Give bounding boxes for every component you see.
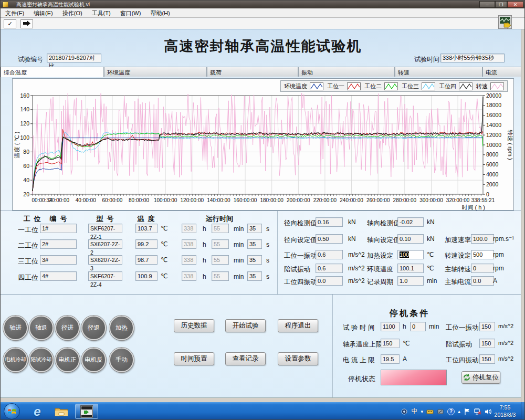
tools-icon[interactable] (437, 408, 444, 415)
menu-item-1[interactable]: 编辑(E) (29, 8, 58, 18)
dropdown-arrow-icon[interactable]: ▾ (421, 409, 423, 414)
tab-1[interactable]: 综合温度 (1, 67, 104, 77)
tab-5[interactable]: 转速 (395, 67, 482, 77)
show-desktop-button[interactable] (521, 402, 525, 420)
reading-field-加热设定[interactable]: 100 (397, 250, 424, 259)
menu-item-5[interactable]: 帮助(H) (145, 8, 174, 18)
legend-item: 工位二 (364, 82, 398, 90)
round-button-轴退[interactable]: 轴退 (29, 316, 54, 340)
station-id-field: 2# (40, 239, 77, 249)
button-程序退出[interactable]: 程序退出 (278, 319, 318, 332)
reading-label-径向设定值: 径向设定值 (284, 236, 317, 245)
labview-taskbar-button[interactable] (75, 404, 98, 419)
start-button[interactable] (4, 403, 20, 419)
min-unit: min (234, 241, 244, 248)
round-button-电机正[interactable]: 电机正 (55, 348, 80, 372)
stop-label-轴承温度上限: 轴承温度上限 (343, 340, 382, 349)
test-id-input[interactable]: 20180719-6207对比 (47, 54, 101, 62)
station-sec-field: 35 (247, 239, 262, 249)
round-button-电机反[interactable]: 电机反 (81, 348, 106, 372)
network-error-icon[interactable] (474, 408, 481, 415)
legend-label: 工位一 (327, 82, 344, 90)
button-查看记录[interactable]: 查看记录 (225, 352, 266, 365)
reading-unit: kN (427, 235, 435, 243)
divider (277, 211, 278, 295)
taskbar-clock[interactable]: 7:55 2018/8/3 (492, 404, 518, 418)
button-时间预置[interactable]: 时间预置 (174, 352, 214, 365)
help-icon[interactable]: ? (447, 408, 455, 415)
stop-status-indicator (381, 370, 447, 385)
tab-6[interactable]: 电流 (482, 67, 525, 77)
round-button-电机冷却[interactable]: 电机冷却 (3, 348, 28, 372)
tab-3[interactable]: 载荷 (207, 67, 298, 77)
minimize-button[interactable]: – (479, 1, 495, 8)
test-time-label: 试验时间 (414, 55, 439, 64)
stop-reset-button[interactable]: 停机复位 (461, 371, 500, 384)
tray-app-icon[interactable] (401, 408, 408, 415)
station-id-field: 3# (40, 255, 77, 265)
station-header-2: 型 号 (96, 214, 113, 224)
svg-text:140:00:00: 140:00:00 (207, 197, 230, 203)
run-button[interactable] (20, 19, 33, 28)
station-temp-field: 99.2 (135, 239, 158, 249)
station-sec-field: 35 (247, 224, 262, 233)
stop-field-min[interactable]: 0 (410, 322, 426, 331)
control-section: 轴进轴退径进径退加热电机冷却陪试冷却电机正电机反手动历史数据开始试验程序退出时间… (1, 295, 525, 400)
reading-field-径向检测值: 0.16 (316, 217, 343, 227)
round-button-径进[interactable]: 径进 (55, 316, 80, 340)
explorer-taskbar-button[interactable] (51, 404, 72, 419)
restore-button[interactable]: ❐ (495, 1, 507, 8)
stop-field-轴承温度上限[interactable]: 150 (381, 339, 400, 348)
button-历史数据[interactable]: 历史数据 (174, 319, 214, 332)
round-button-陪试冷却[interactable]: 陪试冷却 (29, 348, 54, 372)
menu-item-0[interactable]: 文件(F) (1, 8, 29, 18)
svg-text:60:00:00: 60:00:00 (102, 197, 122, 203)
menu-item-4[interactable]: 窗口(W) (116, 8, 146, 18)
menu-item-3[interactable]: 工具(T) (87, 8, 116, 18)
station-label: 二工位 (11, 241, 38, 250)
button-开始试验[interactable]: 开始试验 (225, 319, 266, 332)
legend-label: 环境温度 (284, 82, 307, 90)
flag-icon[interactable] (464, 408, 471, 415)
station-label: 三工位 (11, 257, 38, 266)
reading-label-加速速率: 加速速率 (445, 236, 471, 245)
round-button-手动[interactable]: 手动 (109, 348, 134, 372)
reading-label-记录周期: 记录周期 (367, 278, 393, 287)
ie-taskbar-button[interactable]: e (28, 404, 47, 419)
close-button[interactable]: ✕ (507, 1, 523, 8)
tab-4[interactable]: 振动 (298, 67, 395, 77)
svg-text:260:00:00: 260:00:00 (366, 197, 390, 203)
vertical-scrollbar[interactable] (521, 29, 525, 402)
volume-icon[interactable] (485, 408, 492, 415)
station-header-0: 工 位 (23, 214, 40, 224)
button-设置参数[interactable]: 设置参数 (278, 352, 318, 365)
svg-text:20:00:00: 20:00:00 (49, 197, 69, 203)
stop-field-工位四振动[interactable]: 150 (479, 354, 495, 364)
abort-check-button[interactable]: ✓ (4, 19, 16, 28)
reading-field-工位一振动: 0.6 (316, 250, 343, 259)
ime-lang-label[interactable]: 中 (411, 407, 417, 416)
menu-item-2[interactable]: 操作(O) (58, 8, 87, 18)
round-button-加热[interactable]: 加热 (109, 316, 134, 340)
reading-field-加速速率: 100.0 (471, 234, 494, 244)
horizontal-scrollbar[interactable] (1, 397, 521, 402)
stop-field-工位一振动[interactable]: 150 (479, 322, 495, 331)
svg-text:60: 60 (23, 163, 29, 169)
reading-field-转速设定[interactable]: 500 (471, 250, 494, 259)
round-button-径退[interactable]: 径退 (81, 316, 106, 340)
tab-2[interactable]: 环境温度 (104, 67, 207, 77)
show-hidden-icons[interactable]: ▴ (458, 408, 460, 414)
stop-label-工位一振动: 工位一振动 (446, 323, 479, 332)
svg-text:120:00:00: 120:00:00 (181, 197, 204, 203)
test-time-value: 338小时55分钟35秒 (440, 54, 505, 62)
legend-item: 转速 (476, 82, 504, 90)
keyboard-icon[interactable] (426, 408, 434, 415)
svg-text:240:00:00: 240:00:00 (340, 197, 363, 203)
stop-field-电 流 上 限[interactable]: 19.5 (381, 354, 400, 364)
svg-text:16000: 16000 (486, 112, 501, 118)
reading-field-主轴转速: 0 (471, 264, 494, 273)
stop-field-试 验 时 间[interactable]: 1100 (381, 322, 400, 331)
round-button-轴进[interactable]: 轴进 (3, 316, 28, 340)
station-header-3: 温 度 (137, 214, 154, 224)
stop-field-陪试振动[interactable]: 150 (479, 339, 495, 348)
